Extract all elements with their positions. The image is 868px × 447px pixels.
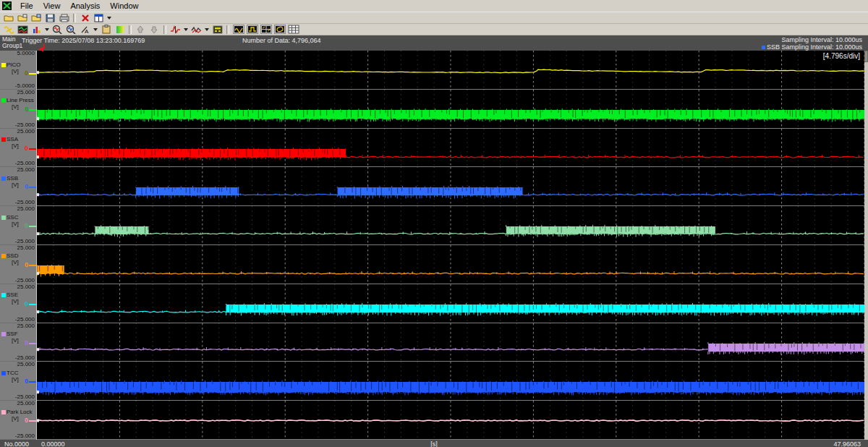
- waveform-band-line-press[interactable]: [37, 90, 864, 129]
- channel-label-ssf[interactable]: 25.000SSF[V]0-25.000: [0, 323, 36, 362]
- waveform-band-ssa[interactable]: [37, 129, 864, 168]
- vertical-scrollbar[interactable]: [864, 51, 868, 440]
- app-icon: [2, 1, 13, 11]
- plot-area[interactable]: [4.796s/div]: [36, 51, 864, 440]
- axis-unit-label: [s]: [0, 440, 868, 447]
- toolbar-separator: [163, 25, 166, 34]
- channel-label-ssa[interactable]: 25.000SSA[V]0-25.000: [0, 129, 36, 168]
- zoom-wave-red-button[interactable]: [51, 25, 64, 35]
- open-setup-button[interactable]: [30, 13, 43, 23]
- channel-unit-label: [V]: [12, 68, 19, 74]
- monitor-split-button[interactable]: [259, 25, 273, 35]
- channel-zero-label: 0: [25, 106, 28, 113]
- channel-label-ssc[interactable]: 25.000SSC[V]0-25.000: [0, 206, 36, 245]
- channel-color-swatch-icon: [1, 98, 6, 103]
- channel-zero-marker: [29, 343, 36, 344]
- channel-label-sse[interactable]: 25.000SSE[V]0-25.000: [0, 284, 36, 323]
- info-bar: Main Group1 Trigger Time: 2025/07/08 13:…: [0, 35, 868, 51]
- channel-name-label: Line Press: [1, 97, 34, 103]
- menu-view[interactable]: View: [38, 1, 66, 11]
- channel-zero-marker: [29, 381, 36, 383]
- sampling-interval-label: Sampling Interval: 10.000us: [762, 36, 862, 43]
- channel-color-swatch-icon: [1, 216, 6, 220]
- waveform-band-ssd[interactable]: [37, 245, 864, 284]
- wave-compare-dropdown-icon[interactable]: [205, 28, 209, 31]
- channel-unit-label: [V]: [12, 337, 19, 344]
- waveform-band-ssb[interactable]: [37, 167, 864, 206]
- open-file-button[interactable]: [2, 13, 16, 23]
- waveform-band-pico[interactable]: [37, 51, 864, 90]
- channel-zero-marker: [29, 304, 36, 305]
- zoom-wave-blue-button[interactable]: [64, 25, 78, 35]
- toolbar-separator: [226, 25, 229, 34]
- channel-zero-label: 0: [25, 222, 28, 229]
- ssb-sampling-interval-label: SSB Sampling Interval: 10.000us: [762, 43, 862, 51]
- channel-ymin-label: -25.000: [15, 199, 35, 205]
- channel-label-ssb[interactable]: 25.000SSB[V]0-25.000: [0, 167, 36, 206]
- channel-zero-label: 0: [25, 300, 28, 307]
- trigger-time-label: Trigger Time: 2025/07/08 13:23:00.169769: [22, 37, 145, 44]
- channel-ymax-label: 25.000: [17, 167, 35, 173]
- channel-ymax-label: 25.000: [17, 129, 35, 135]
- channel-unit-label: [V]: [12, 182, 19, 188]
- cursor-a-button[interactable]: A: [78, 25, 92, 35]
- window-layout-dropdown-icon[interactable]: [107, 17, 111, 20]
- channel-color-swatch-icon: [1, 332, 6, 336]
- channel-name-label: SSB: [1, 175, 18, 182]
- channel-zero-marker: [29, 226, 36, 227]
- channel-zero-label: 0: [25, 339, 28, 346]
- color-map-button[interactable]: [113, 25, 127, 35]
- dual-display-button[interactable]: [16, 25, 30, 35]
- channel-color-swatch-icon: [1, 63, 6, 67]
- channel-ymin-label: -25.000: [15, 238, 35, 244]
- channel-zero-marker: [29, 148, 36, 150]
- waveform-band-sse[interactable]: [37, 284, 864, 323]
- open-file-2-button[interactable]: [16, 13, 30, 23]
- bar-graph-dropdown-icon[interactable]: [45, 28, 49, 31]
- waveform-display-button[interactable]: [2, 25, 16, 35]
- sheet-grid-button[interactable]: [286, 25, 300, 35]
- menu-bar: File View Analysis Window: [0, 0, 868, 12]
- menu-analysis[interactable]: Analysis: [65, 1, 105, 11]
- channel-unit-label: [V]: [12, 142, 19, 149]
- channel-label-park-lock[interactable]: 25.000Park Lock[V]0-25.000: [0, 401, 36, 440]
- delete-button[interactable]: [78, 13, 92, 23]
- waveform-main-area: 5.0000PICO[V]0-5.000025.000Line Press[V]…: [0, 51, 868, 440]
- monitor-wave-2-button[interactable]: [245, 25, 259, 35]
- wave-cursor-dropdown-icon[interactable]: [184, 28, 188, 31]
- sampling-interval-block: Sampling Interval: 10.000us SSB Sampling…: [762, 36, 862, 51]
- print-button[interactable]: [57, 13, 71, 23]
- channel-label-tcc[interactable]: 25.000TCC[V]0-25.000: [0, 362, 36, 401]
- channel-zero-label: 0: [25, 183, 28, 190]
- channel-name-label: SSE: [1, 291, 18, 298]
- clipboard-button[interactable]: [99, 25, 113, 35]
- waveform-band-ssf[interactable]: [37, 323, 864, 362]
- channel-ymax-label: 25.000: [17, 284, 35, 290]
- channel-ymin-label: -25.000: [15, 433, 35, 439]
- monitor-xy-button[interactable]: [273, 25, 286, 35]
- channel-name-label: SSC: [1, 214, 18, 221]
- waveform-band-park-lock[interactable]: [37, 401, 864, 440]
- scrollbar-thumb[interactable]: [864, 51, 868, 62]
- menu-file[interactable]: File: [15, 1, 38, 11]
- group-label: Main Group1: [2, 36, 22, 49]
- waveform-band-ssc[interactable]: [37, 206, 864, 245]
- channel-label-pico[interactable]: 5.0000PICO[V]0-5.0000: [0, 51, 36, 90]
- cursor-a-dropdown-icon[interactable]: [93, 28, 98, 31]
- save-button[interactable]: [43, 13, 57, 23]
- menu-window[interactable]: Window: [105, 1, 143, 11]
- channel-label-ssd[interactable]: 25.000SSD[V]0-25.000: [0, 245, 36, 284]
- channel-zero-marker: [29, 73, 36, 74]
- waveform-band-tcc[interactable]: [37, 362, 864, 401]
- bar-graph-button[interactable]: [30, 25, 43, 35]
- toolbar-row-2: A: [0, 24, 868, 35]
- numeric-monitor-button[interactable]: [210, 25, 224, 35]
- wave-cursor-button[interactable]: [169, 25, 182, 35]
- channel-name-label: Park Lock: [1, 409, 33, 415]
- trigger-position-marker-icon[interactable]: [38, 44, 46, 54]
- channel-label-line-press[interactable]: 25.000Line Press[V]0-25.000: [0, 90, 36, 129]
- monitor-wave-1-button[interactable]: [231, 25, 245, 35]
- wave-compare-button[interactable]: [190, 25, 203, 35]
- window-layout-button[interactable]: [92, 13, 106, 23]
- svg-text:A: A: [85, 28, 89, 34]
